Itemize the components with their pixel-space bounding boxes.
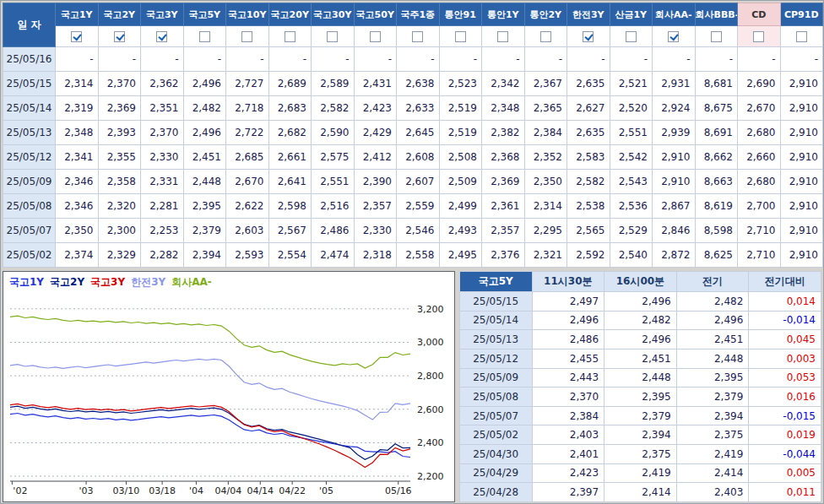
column-checkbox-통안1Y[interactable] (497, 31, 508, 42)
checkbox-cell[interactable] (482, 26, 525, 47)
checkbox-cell[interactable] (141, 26, 184, 47)
column-header-국고5Y[interactable]: 국고5Y (183, 3, 226, 26)
checkbox-cell[interactable] (56, 26, 99, 47)
value-cell: 2,482 (183, 96, 226, 121)
checkbox-cell[interactable] (183, 26, 226, 47)
value-cell: 2,341 (56, 145, 99, 170)
value-cell: 8,625 (695, 243, 738, 268)
column-checkbox-국주1종[interactable] (412, 31, 423, 42)
rt-value-cell: 2,451 (676, 330, 749, 350)
checkbox-cell[interactable] (354, 26, 397, 47)
column-checkbox-국고5Y[interactable] (199, 31, 210, 42)
checkbox-cell[interactable] (439, 26, 482, 47)
col-header-diff: 전기대비 (749, 272, 821, 292)
column-header-통안91[interactable]: 통안91 (439, 3, 482, 26)
svg-text:2,200: 2,200 (417, 471, 444, 482)
value-cell: 2,374 (56, 243, 99, 268)
column-checkbox-CP91D[interactable] (796, 31, 807, 42)
column-checkbox-통안2Y[interactable] (540, 31, 551, 42)
checkbox-cell[interactable] (610, 26, 653, 47)
checkbox-cell[interactable] (738, 26, 781, 47)
checkbox-cell[interactable] (567, 26, 610, 47)
checkbox-cell[interactable] (98, 26, 141, 47)
value-cell: 2,710 (738, 219, 781, 243)
column-header-국고20Y[interactable]: 국고20Y (268, 3, 312, 26)
column-checkbox-국고30Y[interactable] (327, 31, 338, 42)
column-checkbox-국고2Y[interactable] (114, 31, 125, 42)
column-header-국고10Y[interactable]: 국고10Y (226, 3, 269, 26)
value-cell: 2,369 (482, 170, 525, 194)
column-checkbox-산금1Y[interactable] (626, 31, 637, 42)
checkbox-cell[interactable] (695, 26, 738, 47)
rt-value-cell: 2,419 (604, 463, 677, 483)
column-header-국고2Y[interactable]: 국고2Y (98, 3, 141, 26)
value-cell: 2,423 (354, 96, 397, 121)
column-checkbox-통안91[interactable] (455, 31, 466, 42)
value-cell: 2,638 (397, 72, 440, 96)
svg-text:2,600: 2,600 (417, 404, 444, 415)
table-row: 25/05/152,3142,3702,3622,4962,7272,6892,… (3, 72, 823, 96)
rt-date-cell: 25/05/09 (459, 368, 532, 387)
value-cell: 2,682 (268, 121, 312, 145)
column-header-회사BBB-[interactable]: 회사BBB- (695, 3, 738, 26)
column-header-한전3Y[interactable]: 한전3Y (567, 3, 610, 26)
column-header-CP91D[interactable]: CP91D (780, 3, 823, 26)
column-header-국고30Y[interactable]: 국고30Y (312, 3, 355, 26)
date-cell: 25/05/07 (3, 219, 56, 243)
rt-value-cell: 2,414 (676, 463, 749, 483)
value-cell: 2,382 (482, 121, 525, 145)
value-cell: 2,379 (183, 219, 226, 243)
value-cell: 2,924 (653, 96, 696, 121)
column-header-국고3Y[interactable]: 국고3Y (141, 3, 184, 26)
value-cell: 2,368 (482, 145, 525, 170)
series-selector[interactable]: 국고5Y (459, 272, 532, 292)
value-cell: 2,689 (268, 72, 312, 96)
rt-row: 25/05/092,4432,4482,3950,053 (459, 368, 821, 387)
column-header-통안1Y[interactable]: 통안1Y (482, 3, 525, 26)
rt-diff-cell: -0,014 (749, 311, 821, 330)
value-cell: 2,559 (397, 194, 440, 219)
bottom-panel: 국고1Y국고2Y국고3Y한전3Y회사AA- 3,2003,0002,8002,6… (3, 271, 821, 502)
column-header-CD[interactable]: CD (738, 3, 781, 26)
column-checkbox-국고1Y[interactable] (71, 31, 82, 42)
checkbox-cell[interactable] (653, 26, 696, 47)
checkbox-cell[interactable] (397, 26, 440, 47)
value-cell: 2,496 (183, 72, 226, 96)
rt-row: 25/05/152,4972,4962,4820,014 (459, 292, 821, 312)
column-checkbox-국고50Y[interactable] (370, 31, 381, 42)
column-header-국고1Y[interactable]: 국고1Y (56, 3, 99, 26)
date-cell: 25/05/08 (3, 194, 56, 219)
value-cell: 2,314 (524, 194, 567, 219)
column-checkbox-회사AA-[interactable] (668, 31, 679, 42)
column-checkbox-회사BBB-[interactable] (711, 31, 722, 42)
column-header-국고50Y[interactable]: 국고50Y (354, 3, 397, 26)
column-checkbox-국고3Y[interactable] (156, 31, 167, 42)
column-checkbox-국고20Y[interactable] (285, 31, 295, 42)
col-header-1130: 11시30분 (532, 272, 604, 292)
rt-value-cell: 2,395 (604, 387, 677, 407)
value-cell: 2,300 (98, 219, 141, 243)
checkbox-cell[interactable] (524, 26, 567, 47)
checkbox-cell[interactable] (268, 26, 312, 47)
value-cell: 2,543 (610, 170, 653, 194)
column-checkbox-한전3Y[interactable] (583, 31, 594, 42)
checkbox-cell[interactable] (780, 26, 823, 47)
date-cell: 25/05/15 (3, 72, 56, 96)
column-checkbox-CD[interactable] (753, 31, 764, 42)
value-cell: 2,329 (98, 243, 141, 268)
rt-value-cell: 2,401 (532, 445, 604, 464)
value-cell: 2,551 (610, 121, 653, 145)
value-cell: 2,910 (780, 121, 823, 145)
checkbox-cell[interactable] (312, 26, 355, 47)
column-header-회사AA-[interactable]: 회사AA- (653, 3, 696, 26)
checkbox-cell[interactable] (226, 26, 269, 47)
value-cell: 2,314 (56, 72, 99, 96)
column-checkbox-국고10Y[interactable] (241, 31, 252, 42)
column-header-산금1Y[interactable]: 산금1Y (610, 3, 653, 26)
rt-row: 25/04/282,3972,4142,4030,011 (459, 483, 821, 502)
rt-diff-cell: 0,045 (749, 330, 821, 350)
column-header-통안2Y[interactable]: 통안2Y (524, 3, 567, 26)
svg-text:'04: '04 (189, 485, 203, 496)
column-header-국주1종[interactable]: 국주1종 (397, 3, 440, 26)
svg-text:'02: '02 (13, 485, 27, 496)
